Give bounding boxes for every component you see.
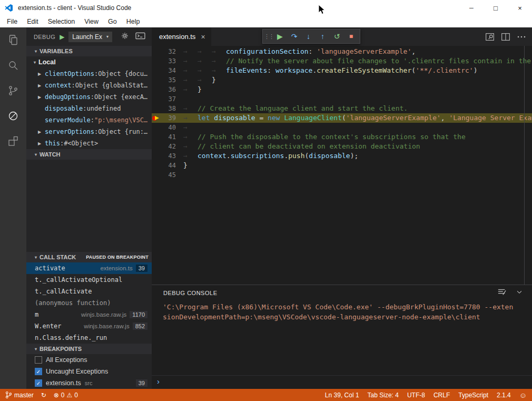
search-icon[interactable] [0, 53, 26, 78]
editor-scrollbar[interactable] [524, 46, 525, 285]
code-line-43[interactable]: 43→context.subscriptions.push(disposable… [152, 151, 532, 161]
breakpoint-checkbox[interactable]: ✓ [35, 379, 42, 387]
code-line-44[interactable]: 44} [152, 161, 532, 170]
code-line-41[interactable]: 41→// Push the disposable to the context… [152, 132, 532, 142]
files-icon[interactable] [0, 27, 26, 53]
breakpoint-row[interactable]: All Exceptions [26, 354, 152, 366]
code-line-34[interactable]: 34→→→fileEvents: workspace.createFileSys… [152, 66, 532, 75]
step-into-button[interactable]: ↓ [301, 30, 316, 43]
call-stack-frame[interactable]: t._callActivate [26, 286, 152, 297]
code-line-37[interactable]: 37 [152, 94, 532, 104]
launch-config-dropdown[interactable]: Launch Ex ▾ [68, 32, 112, 42]
code-line-33[interactable]: 33→→→// Notify the server about file cha… [152, 56, 532, 66]
breakpoint-checkbox[interactable]: ✓ [35, 368, 42, 375]
vscode-logo-icon[interactable] [4, 3, 14, 13]
call-stack-section-header[interactable]: ▾ CALL STACK PAUSED ON BREAKPOINT [26, 252, 152, 262]
call-stack-frame[interactable]: W.enterwinjs.base.raw.js852 [26, 320, 152, 332]
breakpoint-current-line-icon[interactable] [152, 113, 160, 123]
status-tab-size[interactable]: Tab Size: 4 [368, 392, 399, 399]
open-debug-console-icon[interactable] [135, 32, 145, 42]
status-version[interactable]: 2.1.4 [497, 392, 511, 399]
code-line-36[interactable]: 36→} [152, 85, 532, 94]
call-stack-frame[interactable]: mwinjs.base.raw.js1170 [26, 309, 152, 320]
breakpoint-row[interactable]: ✓Uncaught Exceptions [26, 366, 152, 377]
variable-row[interactable]: ▶debugOptions: Object {execA… [26, 91, 152, 103]
variables-section-header[interactable]: ▾ VARIABLES [26, 46, 152, 56]
code-line-32[interactable]: 32→→→configurationSection: 'languageServ… [152, 47, 532, 56]
extensions-icon[interactable] [0, 129, 26, 154]
source-control-icon[interactable] [0, 78, 26, 103]
code-line-45[interactable]: 45 [152, 170, 532, 180]
status-eol[interactable]: CRLF [434, 392, 450, 399]
configure-gear-icon[interactable] [121, 32, 129, 42]
tab-extension-ts[interactable]: extension.ts × [152, 27, 211, 46]
call-stack-frame[interactable]: t._callActivateOptional [26, 274, 152, 286]
gutter-glyph-margin[interactable] [152, 132, 160, 142]
menu-file[interactable]: File [2, 16, 22, 27]
status-language-mode[interactable]: TypeScript [458, 392, 488, 399]
variable-row[interactable]: ▶clientOptions: Object {docu… [26, 68, 152, 80]
code-line-35[interactable]: 35→→} [152, 75, 532, 85]
menu-view[interactable]: View [80, 16, 103, 27]
variable-row[interactable]: disposable: undefined [26, 103, 152, 114]
expand-icon[interactable]: ▶ [38, 83, 45, 88]
variable-row[interactable]: ▶this: #<Object> [26, 138, 152, 149]
code-editor[interactable]: 32→→→configurationSection: 'languageServ… [152, 46, 532, 285]
gutter-glyph-margin[interactable] [152, 161, 160, 170]
menu-edit[interactable]: Edit [22, 16, 43, 27]
code-line-40[interactable]: 40→ [152, 123, 532, 132]
maximize-button[interactable]: □ [484, 0, 508, 16]
scope-local[interactable]: ▾ Local [26, 56, 152, 68]
continue-button[interactable]: ▶ [273, 30, 287, 43]
breakpoint-checkbox[interactable] [35, 356, 42, 364]
start-debug-icon[interactable]: ▶ [60, 33, 64, 41]
code-line-39[interactable]: 39→let disposable = new LanguageClient('… [152, 113, 532, 123]
status-encoding[interactable]: UTF-8 [407, 392, 425, 399]
breakpoints-section-header[interactable]: ▾ BREAKPOINTS [26, 344, 152, 354]
close-tab-icon[interactable]: × [201, 33, 205, 41]
gutter-glyph-margin[interactable] [152, 170, 160, 180]
call-stack-frame[interactable]: n.Class.define._run [26, 332, 152, 344]
breakpoint-row[interactable]: ✓extension.tssrc39 [26, 377, 152, 389]
call-stack-frame[interactable]: activateextension.ts39 [26, 262, 152, 274]
menu-help[interactable]: Help [122, 16, 145, 27]
menu-go[interactable]: Go [103, 16, 122, 27]
gutter-glyph-margin[interactable] [152, 151, 160, 161]
code-line-42[interactable]: 42→// client can be deactivated on exten… [152, 142, 532, 151]
status-sync[interactable]: ↻ [41, 392, 46, 399]
step-over-button[interactable]: ↷ [287, 30, 301, 43]
gutter-glyph-margin[interactable] [152, 56, 160, 66]
menu-selection[interactable]: Selection [43, 16, 80, 27]
code-line-38[interactable]: 38→// Create the language client and sta… [152, 104, 532, 113]
gutter-glyph-margin[interactable] [152, 123, 160, 132]
restart-button[interactable]: ↺ [330, 30, 344, 43]
debug-icon[interactable] [0, 103, 26, 129]
watch-section-header[interactable]: ▾ WATCH [26, 149, 152, 160]
clear-console-icon[interactable] [497, 288, 507, 298]
gutter-glyph-margin[interactable] [152, 94, 160, 104]
status-cursor-position[interactable]: Ln 39, Col 1 [325, 392, 359, 399]
variable-row[interactable]: ▶serverOptions: Object {run:… [26, 126, 152, 138]
gutter-glyph-margin[interactable] [152, 47, 160, 56]
feedback-smiley-icon[interactable]: ☺ [519, 391, 527, 399]
debug-console-input[interactable] [163, 377, 532, 385]
status-branch[interactable]: master [5, 391, 34, 399]
gutter-glyph-margin[interactable] [152, 142, 160, 151]
minimize-button[interactable]: ─ [459, 0, 484, 16]
step-out-button[interactable]: ↑ [316, 30, 330, 43]
gutter-glyph-margin[interactable] [152, 85, 160, 94]
panel-title[interactable]: DEBUG CONSOLE [163, 290, 217, 296]
call-stack-frame[interactable]: (anonymous function) [26, 297, 152, 309]
stop-button[interactable]: ■ [344, 30, 358, 43]
variable-row[interactable]: serverModule: "p:\mseng\VSC… [26, 114, 152, 126]
drag-handle[interactable]: ⋮⋮ [264, 30, 273, 43]
open-preview-icon[interactable] [482, 30, 497, 44]
expand-icon[interactable]: ▶ [38, 130, 45, 134]
close-button[interactable]: × [508, 0, 532, 16]
more-actions-icon[interactable] [514, 30, 529, 44]
gutter-glyph-margin[interactable] [152, 66, 160, 75]
split-editor-icon[interactable] [498, 30, 513, 44]
expand-icon[interactable]: ▶ [38, 72, 45, 76]
expand-icon[interactable]: ▶ [38, 141, 45, 146]
expand-icon[interactable]: ▶ [38, 95, 45, 100]
